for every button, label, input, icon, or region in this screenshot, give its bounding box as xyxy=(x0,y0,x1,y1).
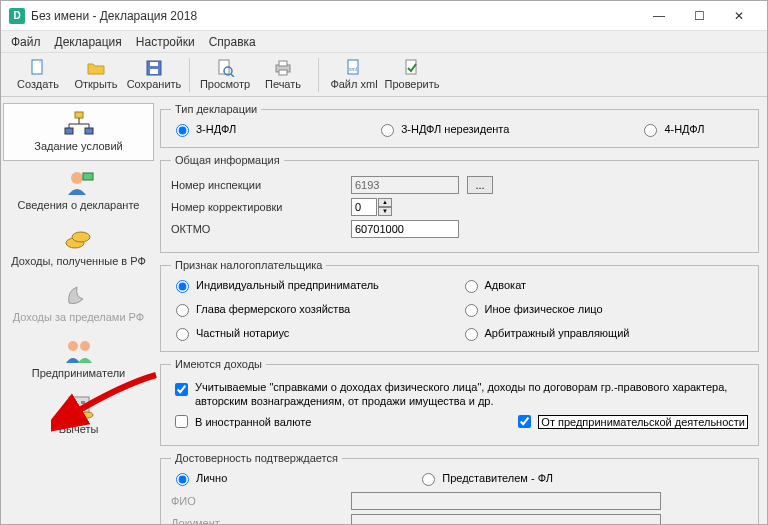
toolbar-sep-1 xyxy=(189,58,190,92)
radio-3ndfl-nonres-input[interactable] xyxy=(381,124,394,137)
sidebar-item-entrepreneurs[interactable]: Предприниматели xyxy=(1,331,156,387)
preview-icon xyxy=(215,59,235,77)
chk-foreign-input[interactable] xyxy=(175,415,188,428)
radio-ip-input[interactable] xyxy=(176,280,189,293)
svg-point-25 xyxy=(80,341,90,351)
radio-ip[interactable]: Индивидуальный предприниматель xyxy=(171,277,460,293)
radio-3ndfl-label: 3-НДФЛ xyxy=(196,123,236,135)
radio-other[interactable]: Иное физическое лицо xyxy=(460,301,749,317)
radio-arbitr[interactable]: Арбитражный управляющий xyxy=(460,325,749,341)
group-general-legend: Общая информация xyxy=(171,154,284,166)
sidebar-conditions-label: Задание условий xyxy=(34,140,122,152)
toolbar-filexml[interactable]: xml Файл xml xyxy=(325,55,383,95)
svg-rect-9 xyxy=(279,70,287,75)
correction-input[interactable] xyxy=(351,198,377,216)
toolbar-sep-2 xyxy=(318,58,319,92)
main-panel: Тип декларации 3-НДФЛ 3-НДФЛ нерезидента… xyxy=(156,97,767,524)
sidebar: Задание условий Сведения о декларанте До… xyxy=(1,97,156,524)
oktmo-input[interactable] xyxy=(351,220,459,238)
xml-file-icon: xml xyxy=(344,59,364,77)
svg-rect-15 xyxy=(85,128,93,134)
radio-rep-label: Представителем - ФЛ xyxy=(442,472,553,484)
conditions-icon xyxy=(63,110,95,138)
toolbar-print-label: Печать xyxy=(265,78,301,90)
radio-4ndfl[interactable]: 4-НДФЛ xyxy=(639,121,704,137)
chk-spravki-label: Учитываемые "справками о доходах физичес… xyxy=(195,380,748,408)
menubar: Файл Декларация Настройки Справка xyxy=(1,31,767,53)
sidebar-deductions-label: Вычеты xyxy=(59,423,99,435)
radio-farm-input[interactable] xyxy=(176,304,189,317)
radio-notary[interactable]: Частный нотариус xyxy=(171,325,460,341)
chk-foreign-label: В иностранной валюте xyxy=(195,416,311,428)
menu-declaration[interactable]: Декларация xyxy=(55,35,122,49)
entrepreneurs-icon xyxy=(63,337,95,365)
radio-3ndfl[interactable]: 3-НДФЛ xyxy=(171,121,236,137)
radio-4ndfl-input[interactable] xyxy=(644,124,657,137)
group-sign-legend: Признак налогоплательщика xyxy=(171,259,326,271)
chk-entrepreneur-label: От предпринимательской деятельности xyxy=(538,415,748,429)
radio-3ndfl-nonres[interactable]: 3-НДФЛ нерезидента xyxy=(376,121,509,137)
radio-farm[interactable]: Глава фермерского хозяйства xyxy=(171,301,460,317)
radio-rep-input[interactable] xyxy=(422,473,435,486)
correction-spin-down[interactable]: ▼ xyxy=(378,207,392,216)
inspection-browse-button[interactable]: ... xyxy=(467,176,493,194)
correction-label: Номер корректировки xyxy=(171,201,351,213)
radio-advocate-input[interactable] xyxy=(465,280,478,293)
doc-input[interactable] xyxy=(351,514,661,524)
toolbar-check[interactable]: Проверить xyxy=(383,55,441,95)
sidebar-item-conditions[interactable]: Задание условий xyxy=(3,103,154,161)
menu-file[interactable]: Файл xyxy=(11,35,41,49)
print-icon xyxy=(273,59,293,77)
radio-representative[interactable]: Представителем - ФЛ xyxy=(417,470,553,486)
correction-spin-up[interactable]: ▲ xyxy=(378,198,392,207)
menu-settings[interactable]: Настройки xyxy=(136,35,195,49)
radio-3ndfl-nonres-label: 3-НДФЛ нерезидента xyxy=(401,123,509,135)
sidebar-item-incomes-abroad[interactable]: Доходы за пределами РФ xyxy=(1,275,156,331)
toolbar-create[interactable]: Создать xyxy=(9,55,67,95)
toolbar-preview-label: Просмотр xyxy=(200,78,250,90)
radio-self-label: Лично xyxy=(196,472,227,484)
sidebar-item-declarant[interactable]: Сведения о декларанте xyxy=(1,163,156,219)
window-title: Без имени - Декларация 2018 xyxy=(31,9,639,23)
radio-other-label: Иное физическое лицо xyxy=(485,303,603,315)
doc-label: Документ xyxy=(171,517,351,524)
chk-entrepreneur-input[interactable] xyxy=(518,415,531,428)
toolbar-filexml-label: Файл xml xyxy=(330,78,377,90)
svg-rect-2 xyxy=(150,62,158,66)
radio-notary-input[interactable] xyxy=(176,328,189,341)
chk-foreign-currency[interactable]: В иностранной валюте xyxy=(171,412,311,431)
radio-3ndfl-input[interactable] xyxy=(176,124,189,137)
svg-rect-3 xyxy=(150,69,158,74)
toolbar-open[interactable]: Открыть xyxy=(67,55,125,95)
group-income-legend: Имеются доходы xyxy=(171,358,266,370)
inspection-input[interactable] xyxy=(351,176,459,194)
sidebar-item-incomes-rf[interactable]: Доходы, полученные в РФ xyxy=(1,219,156,275)
radio-advocate[interactable]: Адвокат xyxy=(460,277,749,293)
svg-rect-30 xyxy=(81,407,85,410)
maximize-button[interactable]: ☐ xyxy=(679,1,719,31)
radio-arbitr-input[interactable] xyxy=(465,328,478,341)
toolbar-preview[interactable]: Просмотр xyxy=(196,55,254,95)
group-general-info: Общая информация Номер инспекции ... Ном… xyxy=(160,154,759,253)
svg-rect-27 xyxy=(73,401,77,404)
incomes-abroad-icon xyxy=(63,281,95,309)
sidebar-incomes-rf-label: Доходы, полученные в РФ xyxy=(11,255,146,267)
sidebar-item-deductions[interactable]: Вычеты xyxy=(1,387,156,443)
close-button[interactable]: ✕ xyxy=(719,1,759,31)
group-declaration-type: Тип декларации 3-НДФЛ 3-НДФЛ нерезидента… xyxy=(160,103,759,148)
toolbar-print[interactable]: Печать xyxy=(254,55,312,95)
radio-advocate-label: Адвокат xyxy=(485,279,527,291)
group-confirm: Достоверность подтверждается Лично Предс… xyxy=(160,452,759,524)
svg-point-20 xyxy=(71,172,83,184)
toolbar-save[interactable]: Сохранить xyxy=(125,55,183,95)
menu-help[interactable]: Справка xyxy=(209,35,256,49)
inspection-label: Номер инспекции xyxy=(171,179,351,191)
radio-self[interactable]: Лично xyxy=(171,470,227,486)
fio-input[interactable] xyxy=(351,492,661,510)
chk-entrepreneur-activity[interactable]: От предпринимательской деятельности xyxy=(514,412,748,431)
chk-spravki[interactable] xyxy=(175,383,188,396)
radio-other-input[interactable] xyxy=(465,304,478,317)
minimize-button[interactable]: — xyxy=(639,1,679,31)
radio-self-input[interactable] xyxy=(176,473,189,486)
svg-rect-13 xyxy=(75,112,83,118)
